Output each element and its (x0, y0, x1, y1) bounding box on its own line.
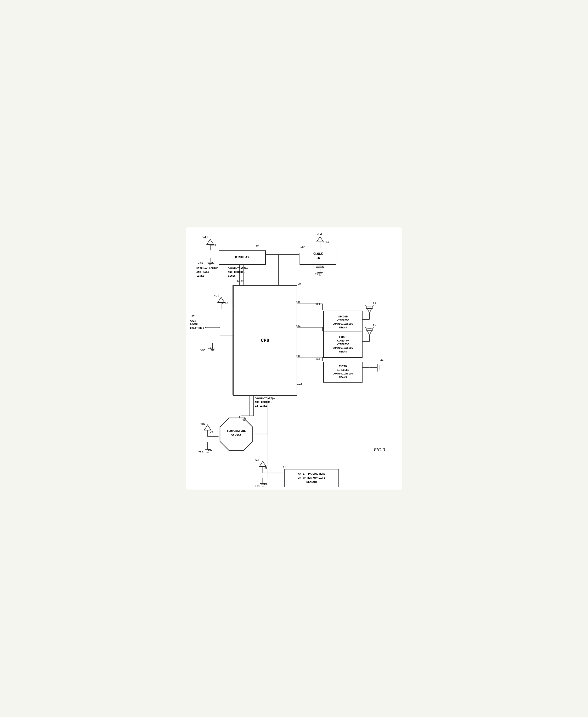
ref-87: ⌐87 (190, 315, 195, 318)
svg-marker-77 (259, 461, 266, 467)
svg-line-42 (366, 305, 370, 313)
ref-100: 100 (315, 358, 320, 361)
vss-99-label: Vss (255, 484, 260, 487)
ref-90: — 90 (323, 241, 329, 244)
ref-89: 89 (298, 283, 301, 286)
svg-line-43 (370, 305, 374, 313)
ref-82: 82 (211, 262, 214, 265)
vdd-81-label: Vdd (203, 236, 208, 239)
second-wireless-block: SECOND WIRELESS COMMUNICATION MEANS (323, 311, 362, 334)
c-91-label: C (322, 266, 324, 268)
third-wireless-block: THIRD WIRELESS COMMUNICATION MEANS (323, 362, 362, 383)
display-control-label: DISPLAY CONTROLAND DATALINES (196, 267, 225, 278)
ref-80: —80 (254, 244, 259, 247)
ref-99: ≡99 (264, 483, 268, 486)
ref-95: —95 (281, 466, 286, 469)
first-wireless-block: FIRST WIRED OR WIRELESS COMMUNICATION ME… (323, 331, 362, 358)
ref-102-bot: 102 (297, 383, 302, 386)
ref-102-mid: 102 (296, 355, 300, 358)
ref-83-84: 83 84 (236, 280, 244, 282)
ref-97: ≡97 (208, 449, 212, 452)
svg-text:TEMPERATURE: TEMPERATURE (227, 429, 246, 433)
ref-104: 104 (296, 325, 300, 328)
vdd-98-label: Vdd (255, 459, 260, 462)
ref-94: 94 (270, 398, 273, 401)
vdd-85-label: Vdd (214, 294, 219, 297)
c-93-text: C (244, 416, 246, 419)
ref-56: 56 (373, 302, 376, 304)
temp-sensor-block: TEMPERATURE SENSOR (219, 416, 254, 452)
ref-91-label: —91 (314, 266, 319, 268)
ref-81: —81 (211, 244, 216, 247)
fig-label: FIG. 3 (374, 448, 385, 452)
ref-96: —96 (208, 430, 213, 433)
ref-85: — 85 (222, 302, 228, 305)
water-sensor-block: WATER PARAMETERS OR WATER QUALITY SENSOR (284, 469, 339, 487)
ref-86: ≡86 (208, 347, 213, 350)
comm-control-label: COMMUNICATIONAND CONTROLLINES (228, 267, 259, 278)
svg-line-48 (366, 327, 370, 335)
diagram-container: DISPLAY CLOCK IC CPU SECOND WIRELESS COM… (187, 228, 401, 489)
svg-marker-63 (204, 425, 211, 430)
main-power-label: MAINPOWER(BATTERY) (190, 319, 207, 330)
svg-marker-9 (317, 237, 323, 242)
ref-88: —88 (300, 246, 305, 249)
cpu-block: CPU (233, 286, 297, 396)
ref-44: 44 (380, 359, 383, 362)
ref-50: 50 (373, 324, 376, 327)
ref-102-top: 102 (296, 301, 300, 304)
display-block: DISPLAY (219, 250, 266, 265)
clock-ic-block: CLOCK IC (300, 248, 336, 265)
svg-line-49 (370, 327, 374, 335)
ref-98: —98 (264, 467, 268, 470)
svg-text:SENSOR: SENSOR (231, 434, 241, 437)
vss-97-label: Vss (198, 450, 204, 453)
vdd-90-label: Vdd (317, 233, 322, 236)
vdd-96-label: Vdd (201, 422, 206, 426)
ref-101: 101 (315, 303, 320, 306)
vss-86-label: Vss (201, 349, 206, 352)
vss-clock-label: Vss (315, 272, 320, 275)
vss-82-label: Vss (198, 262, 203, 265)
